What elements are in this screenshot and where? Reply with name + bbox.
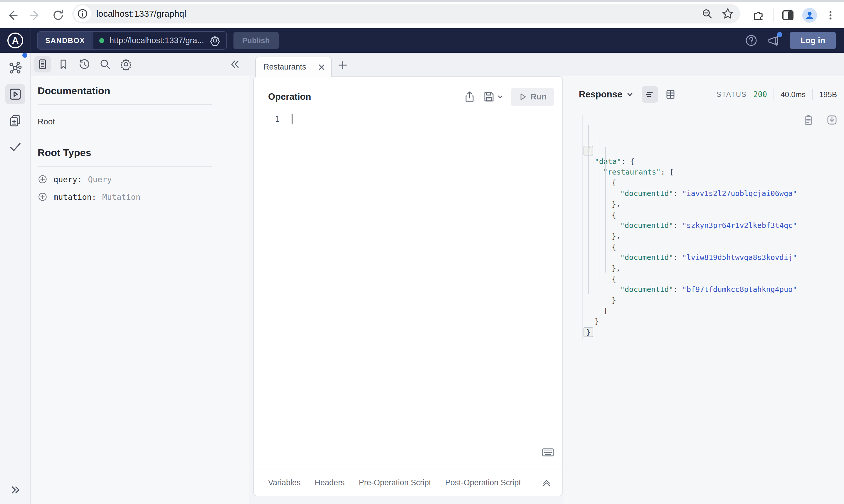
divider xyxy=(38,104,212,105)
left-rail xyxy=(0,53,31,504)
response-json-line: }, xyxy=(586,263,835,274)
side-panel-icon[interactable] xyxy=(781,8,795,22)
schema-graph-icon[interactable] xyxy=(5,58,25,78)
operations-tab-icon[interactable] xyxy=(5,84,25,104)
close-tab-icon[interactable] xyxy=(317,63,326,72)
save-menu-chevron-icon[interactable] xyxy=(497,94,503,100)
indent-guide xyxy=(597,136,597,283)
operation-footer: VariablesHeadersPre-Operation ScriptPost… xyxy=(254,469,562,496)
response-json-line: "restaurants": [ xyxy=(586,167,835,178)
save-operation-icon[interactable] xyxy=(483,91,503,103)
collapse-footer-icon[interactable] xyxy=(541,477,552,488)
browser-menu-icon[interactable] xyxy=(825,10,837,21)
bookmark-star-icon[interactable] xyxy=(720,5,736,22)
root-types-title: Root Types xyxy=(38,147,249,158)
zoom-out-icon[interactable] xyxy=(699,5,716,22)
response-json-line: ] xyxy=(586,306,835,316)
divider xyxy=(774,89,774,100)
footer-tab-variables[interactable]: Variables xyxy=(268,478,301,487)
changelog-icon[interactable] xyxy=(5,111,25,130)
endpoint-input[interactable]: http://localhost:1337/gra... xyxy=(93,32,226,49)
root-type-row: mutation:Mutation xyxy=(38,192,249,202)
field-type[interactable]: Query xyxy=(88,175,112,184)
history-icon[interactable] xyxy=(76,56,92,72)
response-json-line: } xyxy=(586,295,835,306)
login-button[interactable]: Log in xyxy=(790,32,836,49)
response-json-line: } xyxy=(586,316,835,327)
settings-icon[interactable] xyxy=(118,56,134,72)
response-json-line: { xyxy=(586,242,835,252)
response-json-line: }, xyxy=(586,199,835,210)
toolbar-divider xyxy=(773,8,774,22)
field-name[interactable]: mutation: xyxy=(53,193,96,201)
keyboard-shortcuts-icon[interactable] xyxy=(541,446,554,459)
notification-dot xyxy=(777,32,782,37)
endpoint-url-text: http://localhost:1337/gra... xyxy=(109,36,204,45)
endpoint-control: SANDBOX http://localhost:1337/gra... xyxy=(37,31,227,50)
root-type-list: query:Querymutation:Mutation xyxy=(38,174,249,202)
response-json-line: } xyxy=(586,327,835,338)
extensions-icon[interactable] xyxy=(752,8,765,22)
connection-status-dot xyxy=(99,38,104,43)
table-view-icon[interactable] xyxy=(662,86,679,103)
field-name[interactable]: query: xyxy=(53,175,82,184)
saved-operations-icon[interactable] xyxy=(55,56,72,72)
expand-field-icon[interactable] xyxy=(38,192,48,202)
indent-guide xyxy=(588,125,589,294)
back-button[interactable] xyxy=(3,6,21,24)
raw-view-icon[interactable] xyxy=(642,86,658,103)
operation-title: Operation xyxy=(268,92,311,102)
response-json-line: "documentId": "szkyn3pr64r1v2lkebf3t4qc" xyxy=(586,220,835,231)
response-json-line: { xyxy=(586,145,835,156)
endpoint-settings-icon[interactable] xyxy=(209,35,221,46)
announcements-icon[interactable] xyxy=(767,34,780,47)
documentation-tab-icon[interactable] xyxy=(34,56,51,72)
window-top-edge xyxy=(0,0,844,2)
divider xyxy=(812,89,813,100)
apollo-logo[interactable]: A xyxy=(0,28,31,53)
browser-profile-avatar[interactable] xyxy=(802,8,817,23)
status-label: STATUS xyxy=(717,90,747,98)
toolbar-strip: Restaurants xyxy=(31,53,844,76)
operation-tab[interactable]: Restaurants xyxy=(255,57,332,77)
response-size: 195B xyxy=(819,90,837,99)
field-type[interactable]: Mutation xyxy=(102,193,140,201)
expand-rail-icon[interactable] xyxy=(0,484,30,497)
new-tab-icon[interactable] xyxy=(338,60,348,70)
footer-tab-post-operation-script[interactable]: Post-Operation Script xyxy=(445,478,521,487)
status-code: 200 xyxy=(753,90,767,99)
response-menu-chevron-icon[interactable] xyxy=(626,91,634,98)
sandbox-badge: SANDBOX xyxy=(38,32,93,49)
forward-button[interactable] xyxy=(27,6,44,24)
expand-field-icon[interactable] xyxy=(38,174,48,184)
footer-tab-pre-operation-script[interactable]: Pre-Operation Script xyxy=(359,478,431,487)
site-info-icon[interactable] xyxy=(74,5,91,22)
help-icon[interactable] xyxy=(745,34,758,47)
run-button[interactable]: Run xyxy=(511,88,554,106)
checks-icon[interactable] xyxy=(5,137,25,157)
main-area: Restaurants Documentation Root Root Type… xyxy=(31,53,844,504)
url-text[interactable]: localhost:1337/graphql xyxy=(96,9,186,19)
schema-notification-dot xyxy=(22,53,27,58)
download-response-icon[interactable] xyxy=(826,114,838,126)
operation-tab-label: Restaurants xyxy=(263,62,306,72)
response-title[interactable]: Response xyxy=(579,89,634,100)
address-bar[interactable]: localhost:1337/graphql xyxy=(72,4,740,23)
editor-line[interactable]: 1 xyxy=(275,114,292,124)
response-json-line: }, xyxy=(586,231,835,241)
operation-panel: Operation Run xyxy=(253,76,563,497)
collapse-docs-icon[interactable] xyxy=(229,59,241,70)
root-link[interactable]: Root xyxy=(38,117,249,126)
footer-tab-headers[interactable]: Headers xyxy=(315,478,345,487)
copy-response-icon[interactable] xyxy=(803,114,814,126)
share-operation-icon[interactable] xyxy=(464,91,476,103)
workspace: Documentation Root Root Types query:Quer… xyxy=(31,76,844,504)
apollo-logo-letter: A xyxy=(12,35,18,46)
response-json-line: "data": { xyxy=(586,156,835,167)
sandbox-header: A SANDBOX http://localhost:1337/gra... P… xyxy=(0,28,844,53)
publish-button[interactable]: Publish xyxy=(234,32,279,49)
documentation-panel: Documentation Root Root Types query:Quer… xyxy=(31,76,249,504)
response-duration: 40.0ms xyxy=(780,90,806,99)
search-icon[interactable] xyxy=(97,56,113,72)
reload-button[interactable] xyxy=(49,6,67,24)
